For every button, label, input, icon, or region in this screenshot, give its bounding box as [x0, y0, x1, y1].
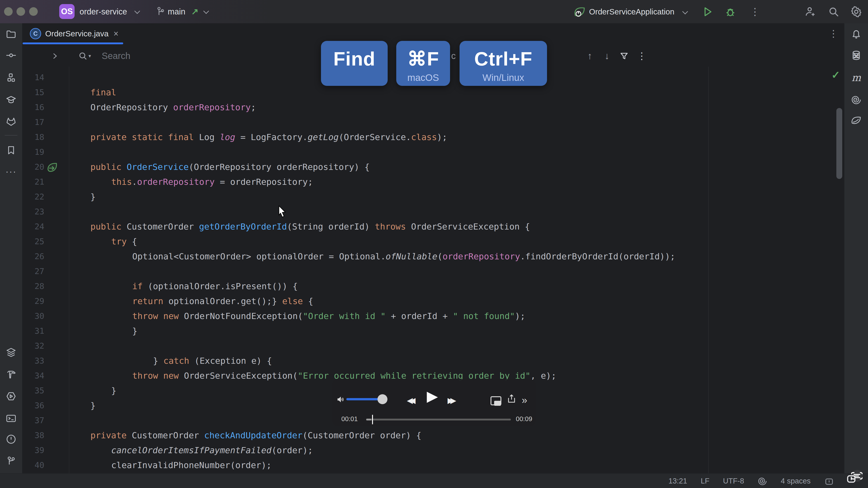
window-minimize-button[interactable] [17, 7, 25, 16]
project-selector[interactable]: order-service [80, 0, 127, 23]
line-separator[interactable]: LF [701, 477, 710, 485]
find-action-label: Find [321, 46, 388, 72]
maven-icon[interactable]: m [851, 72, 862, 83]
match-case-option-partial[interactable]: c [451, 45, 456, 67]
rewind-icon[interactable]: ◀◀ [407, 396, 412, 405]
learn-icon[interactable] [6, 94, 17, 105]
line-number: 31 [22, 324, 44, 338]
line-number: 17 [22, 115, 44, 130]
line-number: 33 [22, 353, 44, 368]
push-arrow-icon: ↗ [191, 0, 198, 23]
project-folder-icon[interactable] [6, 29, 17, 40]
line-number: 28 [22, 279, 44, 294]
branch-chevron-icon[interactable] [203, 8, 209, 14]
settings-gear-icon[interactable] [850, 6, 862, 18]
branch-selector[interactable]: main [168, 0, 185, 23]
code-text: private CustomerOrder checkAndUpdateOrde… [90, 428, 421, 443]
active-tab-indicator [23, 42, 123, 44]
previous-occurrence-icon[interactable]: ↑ [584, 45, 595, 67]
vertical-scrollbar-thumb[interactable] [836, 108, 842, 179]
file-encoding[interactable]: UTF-8 [723, 477, 744, 485]
line-number: 23 [22, 204, 44, 219]
volume-knob[interactable] [377, 394, 388, 404]
right-toolwindow-bar: m [844, 23, 868, 473]
title-bar: OS order-service main ↗ OrderServiceAppl… [0, 0, 868, 23]
line-number: 20 [22, 160, 44, 174]
add-user-icon[interactable] [804, 6, 816, 18]
structure-icon[interactable] [6, 72, 17, 83]
expand-search-icon[interactable] [49, 45, 61, 67]
spring-bean-gutter-icon[interactable] [46, 162, 58, 173]
progress-track[interactable] [366, 419, 511, 420]
indent-setting[interactable]: 4 spaces [781, 477, 811, 485]
picture-in-picture-inner [494, 401, 501, 406]
search-history-icon[interactable]: ▾ [75, 45, 94, 67]
line-number: 35 [22, 383, 44, 398]
window-zoom-button[interactable] [29, 7, 38, 16]
winlinux-label: Win/Linux [460, 72, 547, 83]
build-hammer-icon[interactable] [6, 369, 17, 380]
tab-close-icon[interactable]: × [114, 29, 119, 39]
debug-button[interactable] [724, 6, 736, 18]
line-number: 26 [22, 249, 44, 264]
window-close-button[interactable] [4, 7, 13, 16]
spring-leaf-icon[interactable] [851, 115, 862, 126]
line-number: 27 [22, 264, 44, 279]
ai-assistant-status-icon[interactable] [758, 476, 767, 486]
run-config-chevron-icon[interactable] [682, 8, 688, 14]
find-action-card: Find [321, 41, 388, 86]
play-icon[interactable]: ▶ [427, 388, 438, 404]
volume-slider[interactable] [346, 398, 382, 400]
git-icon[interactable] [6, 455, 17, 466]
line-number: 36 [22, 398, 44, 413]
bookmarks-icon[interactable] [6, 145, 17, 156]
problems-icon[interactable] [6, 434, 17, 445]
more-controls-icon[interactable]: » [522, 394, 527, 406]
more-actions-icon[interactable]: ⋮ [750, 0, 760, 23]
playhead[interactable] [372, 415, 373, 424]
line-number: 40 [22, 458, 44, 473]
mouse-cursor [277, 205, 287, 219]
more-toolwindows-icon[interactable]: ··· [6, 166, 17, 177]
line-number: 22 [22, 189, 44, 204]
code-text: try { [111, 234, 137, 249]
search-everywhere-icon[interactable] [828, 6, 839, 18]
fast-forward-icon[interactable]: ▶▶ [447, 396, 453, 405]
readonly-toggle-icon[interactable] [824, 476, 834, 486]
next-occurrence-icon[interactable]: ↓ [601, 45, 613, 67]
code-text: return optionalOrder.get();} else { [132, 294, 313, 308]
gitlab-icon[interactable] [6, 116, 17, 127]
search-input[interactable]: Search [102, 45, 130, 67]
chevron-down-icon[interactable] [134, 8, 140, 14]
elapsed-time: 00:01 [341, 415, 358, 423]
right-margin-guide [708, 67, 709, 473]
commit-icon[interactable] [6, 50, 17, 61]
search-more-options-icon[interactable]: ⋮ [636, 45, 647, 67]
macos-shortcut-keys: ⌘F [396, 46, 450, 72]
run-toolwindow-icon[interactable] [6, 391, 17, 402]
line-number: 14 [22, 70, 44, 85]
close-search-icon[interactable]: × [849, 45, 863, 67]
notifications-bell-icon[interactable] [851, 29, 862, 40]
tab-orderservice-java[interactable]: C OrderService.java × [23, 23, 123, 44]
run-button[interactable] [702, 6, 713, 18]
code-text: cancelOrderItemsIfPaymentFailed(order); [111, 443, 313, 458]
code-text: public CustomerOrder getOrderByOrderId(S… [90, 219, 530, 234]
video-player-controls: ◀◀ ▶ ▶▶ » 00:01 00:09 [332, 379, 536, 426]
inspections-ok-checkmark[interactable]: ✓ [831, 69, 840, 81]
terminal-icon[interactable] [6, 413, 17, 424]
branch-icon [156, 6, 166, 17]
java-class-icon: C [30, 28, 41, 39]
code-text: } [111, 383, 116, 398]
line-number: 25 [22, 234, 44, 249]
run-configuration-selector[interactable]: OrderServiceApplication [589, 0, 674, 23]
filter-icon[interactable] [618, 45, 630, 67]
services-icon[interactable] [6, 347, 17, 358]
ai-assistant-icon[interactable] [851, 94, 862, 105]
tab-options-icon[interactable]: ⋮ [829, 23, 838, 44]
share-icon[interactable] [506, 394, 517, 404]
code-text: OrderRepository orderRepository; [90, 100, 256, 115]
volume-icon[interactable] [336, 395, 345, 404]
caret-position[interactable]: 13:21 [669, 477, 687, 485]
line-number: 29 [22, 294, 44, 308]
